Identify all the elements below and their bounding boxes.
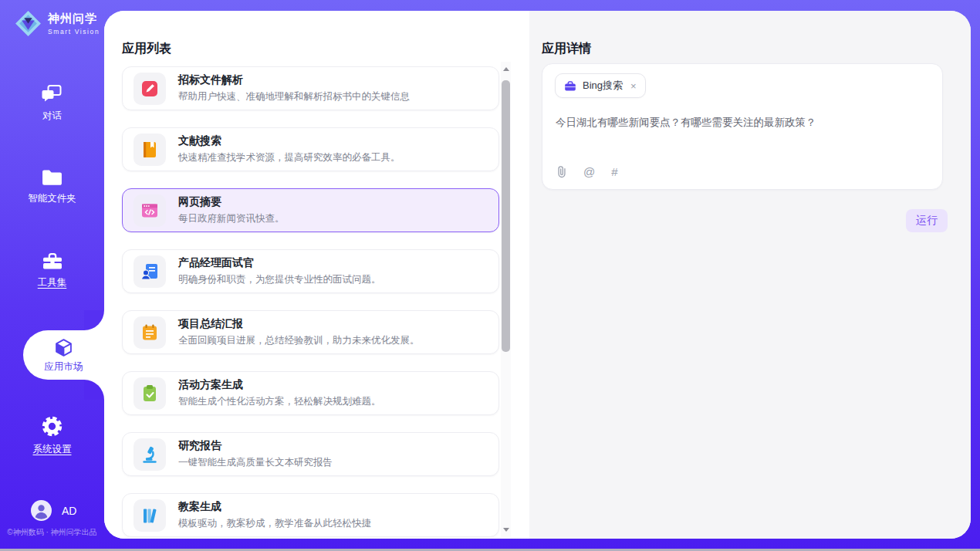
mention-at-icon[interactable]: @ [583, 166, 595, 177]
folder-icon [41, 167, 63, 187]
prompt-card: Bing搜索 × 今日湖北有哪些新闻要点？有哪些需要关注的最新政策？ @ # [542, 63, 943, 190]
gear-icon [41, 415, 63, 438]
tool-tag-bing-search[interactable]: Bing搜索 × [555, 73, 646, 98]
brand-subtitle: Smart Vision [48, 28, 100, 35]
sidebar-item-label: 对话 [42, 110, 62, 123]
app-card-lesson-plan[interactable]: 教案生成 模板驱动，教案秒成，教学准备从此轻松快捷 [122, 493, 499, 537]
app-card-project-summary[interactable]: 项目总结汇报 全面回顾项目进展，总结经验教训，助力未来优化发展。 [122, 310, 499, 354]
brand: 神州问学 Smart Vision [14, 9, 100, 38]
app-desc: 一键智能生成高质量长文本研究报告 [178, 456, 333, 469]
app-desc: 帮助用户快速、准确地理解和解析招标书中的关键信息 [178, 90, 410, 103]
run-button[interactable]: 运行 [906, 209, 948, 232]
app-title: 产品经理面试官 [178, 256, 381, 270]
copyright-footer: ©神州数码 · 神州问学出品 [0, 527, 104, 538]
app-title: 招标文件解析 [178, 73, 410, 87]
app-desc: 明确身份和职责，为您提供专业性的面试问题。 [178, 273, 381, 286]
microscope-icon [140, 445, 160, 465]
app-card-event-plan[interactable]: 活动方案生成 智能生成个性化活动方案，轻松解决规划难题。 [122, 371, 499, 415]
sidebar-item-label: 系统设置 [33, 443, 72, 456]
app-desc: 快速精准查找学术资源，提高研究效率的必备工具。 [178, 151, 400, 164]
app-list-scrollbar[interactable] [501, 62, 511, 537]
sidebar-item-label: 智能文件夹 [28, 192, 76, 205]
note-icon [140, 323, 160, 343]
app-card-literature-search[interactable]: 文献搜索 快速精准查找学术资源，提高研究效率的必备工具。 [122, 127, 499, 171]
tool-tag-label: Bing搜索 [583, 79, 623, 93]
close-icon[interactable]: × [630, 80, 637, 92]
app-detail-title: 应用详情 [542, 41, 591, 57]
app-desc: 模板驱动，教案秒成，教学准备从此轻松快捷 [178, 517, 371, 530]
scrollbar-thumb[interactable] [502, 80, 510, 352]
app-card-pm-interviewer[interactable]: 产品经理面试官 明确身份和职责，为您提供专业性的面试问题。 [122, 249, 499, 293]
prompt-toolbar: @ # [556, 164, 618, 179]
toolbox-icon [41, 251, 64, 271]
brand-name: 神州问学 [48, 12, 100, 26]
app-detail-panel: 应用详情 Bing搜索 × 今日湖北有哪些新闻要点？有哪些需要关注的最新政策？ [529, 11, 971, 539]
chat-icon [41, 83, 63, 104]
app-list-title: 应用列表 [122, 41, 171, 57]
interviewer-icon [140, 262, 160, 282]
scroll-up-arrow-icon[interactable] [503, 67, 509, 71]
scroll-down-arrow-icon[interactable] [503, 528, 509, 532]
book-icon [140, 140, 160, 160]
active-tab-curve-top [84, 310, 104, 330]
books-icon [140, 505, 160, 526]
app-title: 活动方案生成 [178, 378, 381, 392]
browser-code-icon [140, 201, 160, 221]
user-account[interactable]: AD [31, 500, 76, 521]
prompt-text-input[interactable]: 今日湖北有哪些新闻要点？有哪些需要关注的最新政策？ [556, 115, 927, 130]
active-tab-curve-bottom [84, 380, 104, 400]
pen-square-icon [140, 79, 160, 99]
app-card-tender-analysis[interactable]: 招标文件解析 帮助用户快速、准确地理解和解析招标书中的关键信息 [122, 66, 499, 110]
app-title: 研究报告 [178, 439, 333, 453]
clipboard-icon [140, 384, 160, 404]
main-content: 应用列表 招标文件解析 帮助用户快速、准确地理解和解析招标书中的关键信息 [104, 11, 971, 539]
sidebar-item-label: 工具集 [38, 276, 67, 289]
avatar [31, 500, 52, 521]
hash-icon[interactable]: # [611, 166, 617, 177]
briefcase-icon [564, 80, 576, 92]
sidebar-item-smart-folder[interactable]: 智能文件夹 [0, 167, 104, 205]
sidebar: 神州问学 Smart Vision 对话 智能文件夹 工具 [0, 0, 104, 551]
app-card-web-summary[interactable]: 网页摘要 每日政府新闻资讯快查。 [122, 188, 499, 232]
app-list-panel: 应用列表 招标文件解析 帮助用户快速、准确地理解和解析招标书中的关键信息 [104, 11, 529, 539]
cube-icon [53, 337, 74, 358]
sidebar-item-settings[interactable]: 系统设置 [0, 415, 104, 456]
app-desc: 全面回顾项目进展，总结经验教训，助力未来优化发展。 [178, 334, 420, 347]
app-desc: 智能生成个性化活动方案，轻松解决规划难题。 [178, 395, 381, 408]
sidebar-item-toolset[interactable]: 工具集 [0, 251, 104, 289]
app-card-list: 招标文件解析 帮助用户快速、准确地理解和解析招标书中的关键信息 文献搜索 [122, 66, 499, 539]
app-title: 网页摘要 [178, 195, 285, 209]
brand-diamond-icon [14, 9, 42, 38]
app-desc: 每日政府新闻资讯快查。 [178, 212, 285, 225]
app-title: 项目总结汇报 [178, 317, 420, 331]
sidebar-item-chat[interactable]: 对话 [0, 83, 104, 123]
user-label: AD [62, 505, 76, 517]
paperclip-icon[interactable] [556, 164, 567, 179]
sidebar-item-app-market[interactable]: 应用市场 [23, 330, 104, 380]
sidebar-item-label: 应用市场 [45, 360, 83, 374]
app-card-research-report[interactable]: 研究报告 一键智能生成高质量长文本研究报告 [122, 432, 499, 476]
app-title: 教案生成 [178, 500, 371, 514]
app-title: 文献搜索 [178, 134, 400, 148]
